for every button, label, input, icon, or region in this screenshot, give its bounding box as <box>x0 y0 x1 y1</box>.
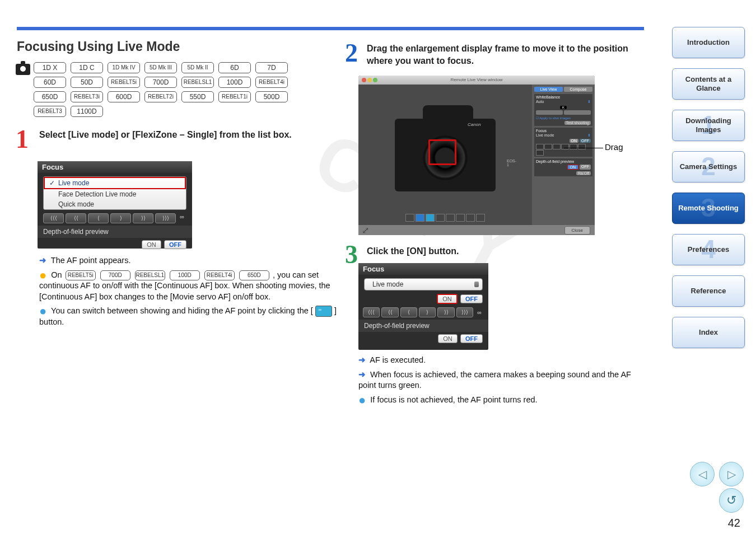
close-button[interactable]: Close <box>564 226 590 235</box>
top-rule <box>17 27 644 30</box>
model-tag: 60D <box>34 77 66 88</box>
focus-arrow[interactable]: ⟨ <box>400 307 417 317</box>
focus-mode-selected[interactable]: Live mode <box>44 177 186 189</box>
nav-index[interactable]: Index <box>672 317 745 348</box>
focus-mode-item[interactable]: Face Detection Live mode <box>44 189 186 199</box>
tab-compose[interactable]: Compose <box>564 87 592 92</box>
note-text: AF is executed. <box>370 355 426 364</box>
focus-mode-value[interactable]: Live mode <box>536 133 554 138</box>
focus-mode-menu[interactable]: Live mode Face Detection Live mode Quick… <box>43 176 186 210</box>
note-text: The AF point appears. <box>51 256 131 265</box>
step-2-number: 2 <box>345 40 358 66</box>
focus-mode-select[interactable]: Live mode <box>364 278 483 291</box>
depth-off-button[interactable]: OFF <box>580 165 591 170</box>
focus-title: Focus <box>358 263 488 275</box>
focus-arrow[interactable]: ⟨ <box>88 213 109 223</box>
nav-preferences[interactable]: 4 Preferences <box>672 234 745 265</box>
next-page-button[interactable]: ▷ <box>719 462 744 486</box>
focus-arrow[interactable]: ⟨⟨⟨ <box>363 307 380 317</box>
depth-off-button[interactable]: OFF <box>164 240 186 249</box>
focus-arrow[interactable]: ⟩ <box>110 213 131 223</box>
live-view-side-panel: Live View Compose WhiteBalance Auto ⬍ K … <box>532 85 595 225</box>
focus-arrow-buttons[interactable] <box>536 144 591 156</box>
model-tag: 600D <box>108 91 140 102</box>
step1-notes: ➜ The AF point appears. ● On REBELT5i 70… <box>39 255 347 331</box>
focus-mode-item[interactable]: Quick mode <box>44 199 186 209</box>
depth-on-button[interactable]: ON <box>567 165 579 170</box>
dot-bullet-icon: ● <box>39 268 46 282</box>
focus-arrow[interactable]: ⟩⟩ <box>437 307 454 317</box>
depth-of-field-label: Depth-of-field preview <box>358 320 488 332</box>
arrow-bullet-icon: ➜ <box>358 355 366 364</box>
preview-toolbar[interactable] <box>405 214 485 222</box>
nav-downloading-images[interactable]: 1 Downloading Images <box>672 110 745 141</box>
focus-arrow[interactable]: ⟩⟩ <box>133 213 153 223</box>
model-tag: 100D <box>170 270 200 280</box>
focus-arrow[interactable]: ⟨⟨⟨ <box>43 213 64 223</box>
back-button[interactable]: ↺ <box>719 488 744 513</box>
model-tag: 100D <box>218 77 251 88</box>
model-tag: 500D <box>255 91 288 102</box>
supported-models: 1D X 1D C 1D Mk IV 5D Mk III 5D Mk II 6D… <box>34 62 308 120</box>
arrow-bullet-icon: ➜ <box>358 370 366 379</box>
model-tag: 700D <box>144 77 177 88</box>
focus-on-button[interactable]: ON <box>437 294 458 304</box>
note-text: When focus is achieved, the camera makes… <box>358 370 631 390</box>
focus-arrow[interactable]: ⟩⟩⟩ <box>155 213 176 223</box>
wb-value[interactable]: Auto <box>536 100 544 104</box>
focus-arrow[interactable]: ⟨⟨ <box>66 213 86 223</box>
drag-pointer-line <box>564 148 603 148</box>
focus-arrow[interactable]: ⟨⟨ <box>381 307 398 317</box>
test-shooting-button[interactable]: Test shooting <box>564 121 591 125</box>
model-tag: 700D <box>100 270 130 280</box>
tab-live-view[interactable]: Live View <box>534 87 563 92</box>
nav-contents[interactable]: Contents at a Glance <box>672 68 745 100</box>
step-1-text: Select [Live mode] or [FlexiZone – Singl… <box>39 129 325 141</box>
focus-arrow[interactable]: ⟩⟩⟩ <box>456 307 473 317</box>
model-tag: REBELT4i <box>204 270 235 280</box>
arrow-bullet-icon: ➜ <box>39 256 46 265</box>
focus-on-button[interactable]: ON <box>570 139 579 143</box>
step-1-number: 1 <box>16 127 29 152</box>
model-tag: 1D X <box>34 62 66 73</box>
apply-checkbox[interactable]: Apply to shot images <box>539 116 571 120</box>
depth-off-button[interactable]: OFF <box>460 334 483 343</box>
note-text: You can switch between showing and hidin… <box>51 306 313 315</box>
infinity-icon: ∞ <box>475 309 484 316</box>
focus-arrow[interactable]: ⟩ <box>419 307 436 317</box>
note-text: If focus is not achieved, the AF point t… <box>370 395 537 404</box>
model-tag: 1100D <box>71 106 103 117</box>
focus-panel-step3: Focus Live mode ON OFF ⟨⟨⟨ ⟨⟨ ⟨ ⟩ ⟩⟩ ⟩⟩⟩… <box>358 263 488 350</box>
enlargement-frame[interactable] <box>428 139 456 165</box>
focus-off-button[interactable]: OFF <box>460 294 483 303</box>
model-tag: 5D Mk III <box>144 62 177 73</box>
nav-camera-settings[interactable]: 2 Camera Settings <box>672 151 745 182</box>
focus-off-button[interactable]: OFF <box>580 139 591 143</box>
step-2-text: Drag the enlargement display frame to mo… <box>367 43 652 67</box>
step-3-number: 3 <box>345 242 358 268</box>
model-tag: REBELT3i <box>71 91 103 102</box>
nav-remote-shooting[interactable]: 3 Remote Shooting <box>672 193 745 224</box>
model-tag: 550D <box>181 91 214 102</box>
step-3-text: Click the [ON] button. <box>367 246 636 256</box>
model-tag: 6D <box>218 62 251 73</box>
model-tag: 650D <box>239 270 269 280</box>
depth-on-button[interactable]: ON <box>438 334 458 343</box>
prev-page-button[interactable]: ◁ <box>690 462 715 486</box>
model-tag: 7D <box>255 62 288 73</box>
focus-panel-step1: Focus Live mode Face Detection Live mode… <box>38 161 192 249</box>
wb-section-label: WhiteBalance <box>536 95 591 99</box>
nav-reference[interactable]: Reference <box>672 275 745 307</box>
drag-label: Drag <box>605 142 623 152</box>
model-tag: 1D C <box>71 62 103 73</box>
model-tag: REBELT3 <box>34 106 66 117</box>
nav-introduction[interactable]: Introduction <box>672 27 745 58</box>
window-titlebar: Remote Live View window <box>358 76 595 85</box>
model-tag: REBELT2i <box>144 91 177 102</box>
expand-icon[interactable]: ⤢ <box>362 225 369 236</box>
ratio-button[interactable]: Ra:Off <box>576 171 591 175</box>
live-view-preview[interactable]: Canon EOS-1 <box>358 85 532 225</box>
depth-on-button[interactable]: ON <box>142 240 161 249</box>
note-text: On <box>51 270 64 279</box>
model-tag: 650D <box>34 91 66 102</box>
